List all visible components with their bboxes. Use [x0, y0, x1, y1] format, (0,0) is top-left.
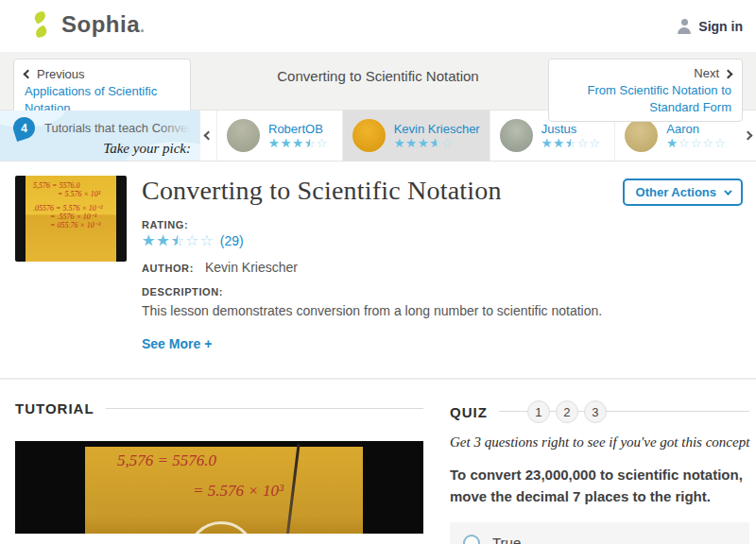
tutor-name: Kevin Kriescher	[394, 122, 480, 136]
thumbnail-line: 5,576 = 5576.0	[33, 181, 112, 190]
video-handwriting-line: 5,576 = 5576.0	[117, 452, 216, 468]
tutor-name: Justus	[541, 122, 601, 136]
tutor-meta: RobertOB ☆☆☆☆☆★★★★★	[268, 122, 328, 149]
see-more-link[interactable]: See More +	[142, 336, 212, 351]
tutor-card-kevin-kriescher[interactable]: Kevin Kriescher ☆☆☆☆☆★★★★★	[342, 110, 490, 161]
top-header: Sophia. Sign in	[0, 0, 756, 52]
carousel-tagline: Take your pick:	[13, 141, 191, 157]
thumbnail-line: = 055.76 × 10⁻³	[33, 221, 112, 230]
avatar	[625, 119, 658, 152]
description-label: DESCRIPTION:	[142, 286, 743, 298]
carousel-intro-panel: 4 Tutorials that teach Converting Take y…	[0, 110, 200, 161]
lesson-summary-section: 5,576 = 5576.0 = 5.576 × 10³ .05576 = 5.…	[0, 162, 756, 378]
chevron-right-icon	[724, 69, 733, 78]
avatar	[500, 119, 533, 152]
quiz-step-2: 2	[556, 400, 578, 423]
avatar	[227, 119, 260, 152]
next-lesson-link[interactable]: From Scientific Notation to Standard For…	[559, 82, 731, 116]
tutor-card-robertob[interactable]: RobertOB ☆☆☆☆☆★★★★★	[216, 110, 342, 161]
tutor-meta: Aaron ☆☆☆☆☆★★★★★	[666, 122, 726, 149]
brand-dot: .	[140, 17, 146, 36]
chevron-down-icon	[724, 187, 731, 195]
page: Sophia. Sign in Previous Applications of…	[0, 0, 756, 544]
thumbnail-paper: 5,576 = 5576.0 = 5.576 × 10³ .05576 = 5.…	[26, 176, 116, 262]
thumbnail-line: = .5576 × 10⁻¹	[33, 212, 112, 221]
tutor-rating-stars: ☆☆☆☆☆★★★★★	[268, 137, 328, 149]
rating-block: RATING: ☆☆☆☆☆★★★★★ (29)	[142, 219, 743, 248]
other-actions-button[interactable]: Other Actions	[623, 178, 743, 206]
video-player[interactable]: 5,576 = 5576.0 = 5.576 × 10³	[15, 441, 423, 534]
carousel-intro-row: 4 Tutorials that teach Converting	[13, 117, 191, 139]
radio-button[interactable]	[463, 535, 480, 544]
rating-row: ☆☆☆☆☆★★★★★ (29)	[142, 233, 743, 248]
tutor-name: Aaron	[666, 122, 726, 136]
tutor-meta: Justus ☆☆☆☆☆★★★★★	[541, 122, 601, 149]
lesson-navbar: Previous Applications of Scientific Nota…	[0, 52, 756, 110]
carousel-heading: Tutorials that teach Converting	[44, 121, 191, 135]
quiz-tagline: Get 3 questions right to see if you've g…	[450, 434, 749, 450]
brand-name: Sophia.	[61, 10, 146, 41]
quiz-column: QUIZ 1 2 3 Get 3 questions right to see …	[450, 380, 749, 544]
quiz-progress-track: 1 2 3	[499, 400, 749, 423]
carousel-prev-arrow[interactable]	[200, 110, 216, 161]
next-label-row: Next	[694, 65, 731, 82]
tutor-rating-stars: ☆☆☆☆☆★★★★★	[541, 137, 601, 149]
author-label: AUTHOR:	[142, 263, 194, 274]
person-icon	[677, 19, 692, 34]
next-label: Next	[694, 65, 719, 82]
other-actions-label: Other Actions	[636, 185, 716, 199]
lesson-rating-stars: ☆☆☆☆☆★★★★★	[142, 233, 215, 248]
quiz-step-3: 3	[584, 400, 607, 423]
lesson-thumbnail: 5,576 = 5576.0 = 5.576 × 10³ .05576 = 5.…	[15, 176, 127, 262]
tutorial-count-badge: 4	[10, 114, 38, 142]
chevron-right-icon	[744, 131, 753, 141]
tutor-rating-stars: ☆☆☆☆☆★★★★★	[394, 137, 480, 149]
author-name: Kevin Kriescher	[205, 260, 298, 275]
rating-label: RATING:	[142, 219, 743, 230]
tutor-rating-stars: ☆☆☆☆☆★★★★★	[666, 137, 726, 149]
thumbnail-line: = 5.576 × 10³	[33, 190, 112, 198]
quiz-step-1: 1	[527, 400, 550, 423]
thumbnail-line: .05576 = 5.576 × 10⁻²	[33, 204, 112, 212]
quiz-header: QUIZ 1 2 3	[450, 400, 749, 423]
quiz-option-true[interactable]: True	[450, 522, 749, 544]
description-text: This lesson demonstrates conversion from…	[142, 302, 743, 321]
quiz-heading: QUIZ	[450, 404, 488, 420]
quiz-question: To convert 23,000,000 to scientific nota…	[450, 464, 749, 508]
option-label: True	[492, 535, 521, 544]
sophia-leaf-icon	[28, 10, 53, 42]
tutorial-heading: TUTORIAL	[15, 400, 94, 416]
tutor-name: RobertOB	[268, 122, 328, 136]
tutorial-header: TUTORIAL	[15, 400, 423, 416]
description-block: DESCRIPTION: This lesson demonstrates co…	[142, 286, 743, 321]
tutorial-rule	[106, 408, 423, 409]
sign-in-label: Sign in	[698, 19, 743, 34]
sign-in-button[interactable]: Sign in	[677, 19, 743, 34]
tutorial-column: TUTORIAL 5,576 = 5576.0 = 5.576 × 10³	[15, 380, 423, 544]
chevron-left-icon	[204, 131, 214, 141]
next-lesson-card[interactable]: Next From Scientific Notation to Standar…	[548, 59, 743, 122]
tutorial-quiz-section: TUTORIAL 5,576 = 5576.0 = 5.576 × 10³ QU…	[0, 378, 756, 544]
sophia-logo[interactable]: Sophia.	[28, 10, 146, 42]
tutor-meta: Kevin Kriescher ☆☆☆☆☆★★★★★	[394, 122, 480, 149]
rating-count-link[interactable]: (29)	[220, 233, 244, 248]
video-handwriting-line: = 5.576 × 10³	[193, 483, 284, 499]
author-row: AUTHOR: Kevin Kriescher	[142, 260, 743, 275]
avatar	[352, 119, 386, 152]
